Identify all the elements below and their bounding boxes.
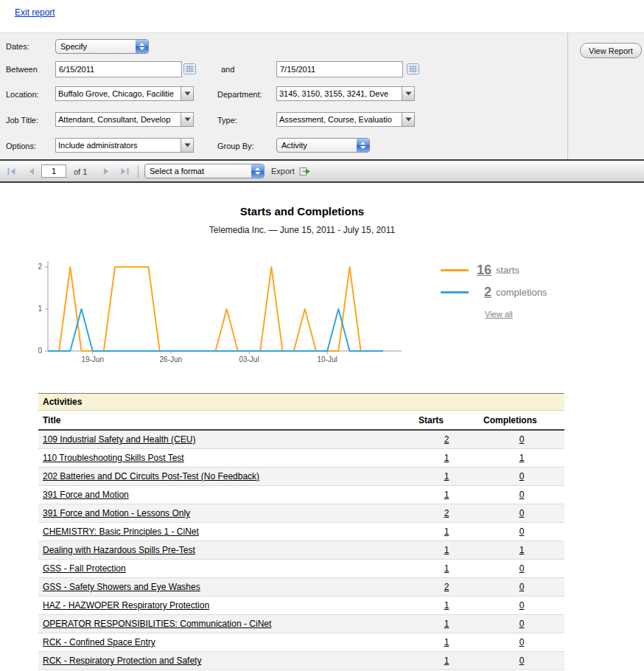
completions-count-link[interactable]: 0 [519, 582, 525, 592]
starts-count-link[interactable]: 1 [444, 656, 449, 666]
starts-completions-chart: 01219-Jun26-Jun03-Jul10-Jul [11, 249, 413, 367]
activity-title-link[interactable]: Dealing with Hazardous Spills Pre-Test [43, 545, 195, 555]
activity-title-link[interactable]: 391 Force and Motion - Lessons Only [43, 508, 190, 518]
type-label: Type: [217, 116, 237, 125]
activity-title-link[interactable]: RCK - Respiratory Protection and Safety [43, 656, 201, 666]
starts-count-link[interactable]: 1 [444, 619, 449, 629]
activity-title-link[interactable]: CHEMISTRY: Basic Principles 1 - CiNet [43, 526, 199, 537]
completions-count-link[interactable]: 0 [519, 526, 525, 537]
starts-count-link[interactable]: 1 [444, 600, 449, 611]
panel-divider [567, 33, 568, 159]
completions-count-link[interactable]: 0 [519, 490, 525, 500]
view-report-button[interactable]: View Report [580, 43, 642, 58]
starts-count-link[interactable]: 1 [444, 563, 449, 574]
starts-count-link[interactable]: 2 [444, 434, 449, 445]
svg-text:19-Jun: 19-Jun [81, 355, 104, 364]
starts-count-link[interactable]: 1 [444, 526, 449, 537]
starts-count-link[interactable]: 2 [444, 508, 449, 518]
last-page-button[interactable] [120, 167, 129, 175]
select-stepper-icon [357, 139, 369, 152]
legend-completions-label: completions [496, 287, 547, 298]
table-row: GSS - Safety Showers and Eye Washes20 [38, 578, 564, 597]
dates-select-value: Specify [56, 42, 136, 51]
group-by-select[interactable]: Activity [276, 138, 370, 153]
svg-text:2: 2 [38, 263, 42, 271]
job-title-select-value: Attendant, Consultant, Develop [56, 115, 181, 124]
completions-count-link[interactable]: 0 [519, 563, 525, 574]
type-select[interactable]: Assessment, Course, Evaluatio [276, 112, 415, 127]
dates-select[interactable]: Specify [55, 39, 149, 54]
svg-text:1: 1 [38, 305, 42, 313]
svg-text:26-Jun: 26-Jun [160, 355, 183, 364]
activity-title-link[interactable]: GSS - Fall Protection [43, 563, 126, 574]
completions-count-link[interactable]: 0 [519, 637, 525, 647]
completions-count-link[interactable]: 0 [519, 434, 525, 445]
job-title-select[interactable]: Attendant, Consultant, Develop [55, 112, 194, 127]
column-header-starts: Starts [414, 411, 479, 431]
starts-count-link[interactable]: 1 [444, 453, 449, 463]
date-from-input[interactable] [55, 61, 182, 77]
starts-count-link[interactable]: 1 [444, 490, 449, 500]
activity-title-link[interactable]: 202 Batteries and DC Circuits Post-Test … [43, 471, 259, 481]
page-number-input[interactable] [41, 164, 66, 178]
activity-title-link[interactable]: 110 Troubleshooting Skills Post Test [43, 453, 184, 463]
export-icon[interactable] [299, 166, 311, 177]
completions-count-link[interactable]: 1 [519, 545, 525, 555]
table-section-band: Activities [38, 394, 564, 411]
activities-tbody: 109 Industrial Safety and Health (CEU)20… [38, 430, 564, 670]
activity-title-link[interactable]: 109 Industrial Safety and Health (CEU) [43, 434, 195, 445]
legend-starts-line-icon [441, 269, 469, 271]
exit-report-link[interactable]: Exit report [15, 7, 55, 18]
legend-starts-count[interactable]: 16 [476, 263, 491, 278]
dropdown-arrow-icon [402, 87, 414, 100]
completions-count-link[interactable]: 1 [519, 453, 525, 463]
starts-count-link[interactable]: 1 [444, 545, 449, 555]
activity-title-link[interactable]: 391 Force and Motion [43, 490, 129, 500]
group-by-label: Group By: [217, 142, 254, 150]
legend-completions-row: 2 completions [441, 285, 581, 300]
next-page-button[interactable] [103, 167, 110, 175]
dates-label: Dates: [6, 42, 29, 51]
toolbar-separator [138, 165, 139, 178]
department-select-value: 3145, 3150, 3155, 3241, Deve [277, 89, 402, 98]
filter-panel: Dates: Specify Between and Location: Buf… [0, 32, 644, 161]
report-title: Starts and Completions [0, 205, 604, 218]
dropdown-arrow-icon [402, 113, 414, 126]
first-page-button[interactable] [7, 167, 16, 175]
pager-toolbar: of 1 Select a format Export [0, 161, 644, 183]
activities-table: Activities Title Starts Completions 109 … [38, 393, 564, 670]
department-select[interactable]: 3145, 3150, 3155, 3241, Deve [276, 86, 415, 101]
activity-title-link[interactable]: HAZ - HAZWOPER Respiratory Protection [43, 600, 209, 611]
export-format-select[interactable]: Select a format [144, 164, 265, 178]
next-page-icon [103, 167, 110, 175]
starts-count-link[interactable]: 2 [444, 582, 449, 592]
completions-count-link[interactable]: 0 [519, 471, 525, 481]
completions-count-link[interactable]: 0 [519, 656, 525, 666]
starts-count-link[interactable]: 1 [444, 637, 449, 647]
activity-title-link[interactable]: GSS - Safety Showers and Eye Washes [43, 582, 200, 592]
completions-count-link[interactable]: 0 [519, 600, 525, 611]
options-select[interactable]: Include administrators [55, 138, 194, 153]
activity-title-link[interactable]: OPERATOR RESPONSIBILITIES: Communication… [43, 619, 271, 629]
table-row: GSS - Fall Protection10 [38, 560, 564, 578]
report-subtitle: Telemedia Inc. — June 15, 2011 - July 15… [0, 225, 604, 235]
completions-count-link[interactable]: 0 [519, 619, 525, 629]
calendar-from-icon[interactable] [183, 63, 196, 74]
table-row: Dealing with Hazardous Spills Pre-Test11 [38, 541, 564, 560]
prev-page-button[interactable] [28, 167, 35, 175]
completions-count-link[interactable]: 0 [519, 508, 525, 518]
date-to-input[interactable] [276, 61, 403, 77]
chart-legend: 16 starts 2 completions View all [441, 263, 581, 320]
activity-title-link[interactable]: RCK - Confined Space Entry [43, 637, 155, 647]
starts-count-link[interactable]: 1 [444, 471, 449, 481]
export-link[interactable]: Export [271, 167, 295, 175]
prev-page-icon [28, 167, 35, 175]
calendar-to-icon[interactable] [407, 63, 419, 74]
location-select[interactable]: Buffalo Grove, Chicago, Facilitie [55, 86, 194, 101]
svg-text:0: 0 [38, 347, 42, 355]
view-all-link[interactable]: View all [485, 310, 513, 319]
select-stepper-icon [251, 164, 264, 178]
table-row: 202 Batteries and DC Circuits Post-Test … [38, 467, 564, 486]
report-body: Starts and Completions Telemedia Inc. — … [0, 183, 644, 670]
legend-completions-count[interactable]: 2 [476, 285, 491, 300]
